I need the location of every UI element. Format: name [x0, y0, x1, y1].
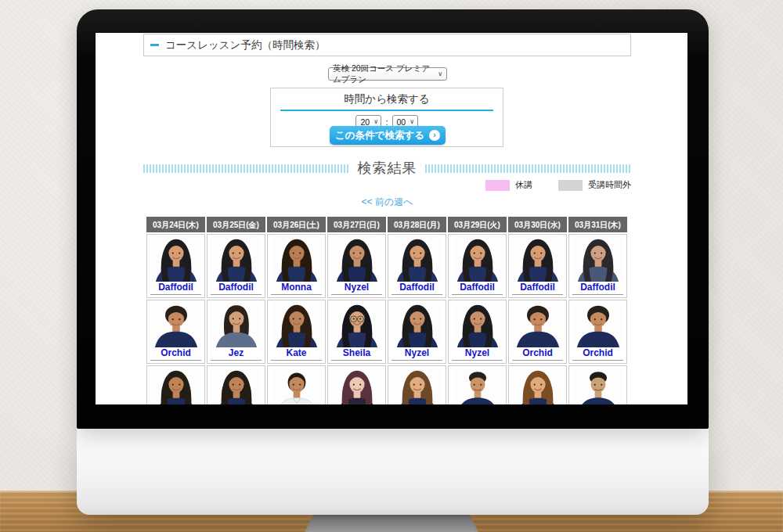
teacher-photo[interactable] — [453, 302, 502, 347]
minute-select-value: 00 — [397, 117, 406, 127]
teacher-name-link[interactable]: Nyzel — [345, 282, 369, 293]
teacher-photo[interactable] — [574, 302, 622, 347]
cell-separator — [572, 360, 624, 361]
teacher-name-link[interactable]: Nyzel — [405, 347, 429, 358]
teacher-name-link[interactable]: Nyzel — [465, 347, 489, 358]
monitor-bezel: コースレッスン予約（時間検索） 英検 20回コース プレミアムプラン ∨ 時間か… — [77, 9, 709, 429]
teacher-cell: Sheila — [327, 300, 386, 364]
cell-separator — [512, 360, 564, 361]
cell-separator — [271, 294, 323, 295]
section-title: コースレッスン予約（時間検索） — [165, 38, 325, 52]
cell-separator — [150, 360, 202, 361]
teacher-cell — [267, 365, 326, 404]
teacher-name-link[interactable]: Daffodil — [580, 282, 615, 293]
cell-separator — [572, 294, 624, 295]
teacher-name-link[interactable]: Jez — [229, 347, 244, 358]
prev-week-link[interactable]: << 前の週へ — [143, 196, 631, 209]
title-underline — [280, 110, 493, 111]
teacher-photo[interactable] — [152, 236, 200, 282]
teacher-name-link[interactable]: Monna — [281, 282, 312, 293]
teacher-name-link[interactable]: Kate — [286, 347, 306, 358]
teacher-cell — [388, 365, 446, 404]
teacher-cell: Daffodil — [146, 234, 205, 298]
course-select[interactable]: 英検 20回コース プレミアムプラン ∨ — [328, 67, 447, 81]
scene: コースレッスン予約（時間検索） 英検 20回コース プレミアムプラン ∨ 時間か… — [0, 0, 783, 532]
teacher-photo[interactable] — [514, 368, 562, 404]
legend-outside-label: 受講時間外 — [588, 179, 631, 191]
teacher-photo[interactable] — [333, 368, 381, 404]
teacher-photo[interactable] — [272, 302, 321, 347]
cell-separator — [331, 294, 383, 295]
teacher-cell: Monna — [267, 234, 326, 298]
search-button-label: この条件で検索する — [335, 129, 424, 142]
teacher-cell: Nyzel — [327, 234, 386, 298]
teacher-cell — [448, 365, 507, 404]
teacher-name-link[interactable]: Sheila — [343, 347, 370, 358]
cell-separator — [271, 360, 323, 361]
section-header: コースレッスン予約（時間検索） — [143, 34, 631, 56]
chevron-down-icon: ∨ — [373, 119, 378, 125]
cell-separator — [392, 294, 443, 295]
cell-separator — [452, 360, 503, 361]
section-accent-dash-icon — [150, 44, 159, 46]
teacher-photo[interactable] — [212, 236, 261, 282]
teacher-photo[interactable] — [272, 236, 321, 282]
day-header: 03月26日(土) — [267, 217, 326, 232]
teacher-cell: Nyzel — [448, 300, 507, 364]
teacher-photo[interactable] — [453, 368, 502, 404]
search-submit-button[interactable]: この条件で検索する › — [330, 126, 446, 145]
teacher-name-link[interactable]: Orchid — [583, 347, 613, 358]
teacher-photo[interactable] — [272, 368, 321, 404]
stripe-bar-right — [425, 164, 632, 173]
teacher-name-link[interactable]: Orchid — [161, 347, 191, 358]
teacher-photo[interactable] — [333, 302, 381, 347]
teacher-name-link[interactable]: Daffodil — [218, 282, 254, 293]
teacher-cell — [327, 365, 386, 404]
day-header: 03月28日(月) — [388, 217, 446, 232]
cell-separator — [331, 360, 383, 361]
teacher-name-link[interactable]: Daffodil — [158, 282, 193, 293]
teacher-photo[interactable] — [393, 236, 442, 282]
legend-closed-swatch — [485, 180, 510, 191]
teacher-photo[interactable] — [393, 368, 442, 404]
teacher-photo[interactable] — [152, 302, 200, 347]
teacher-photo[interactable] — [514, 302, 562, 347]
cell-separator — [211, 294, 262, 295]
teacher-photo[interactable] — [393, 302, 442, 347]
teacher-photo[interactable] — [212, 368, 261, 404]
teacher-cell: Jez — [207, 300, 265, 364]
teacher-name-link[interactable]: Daffodil — [520, 282, 555, 293]
time-search-panel: 時間から検索する 20 ∨ : 00 ∨ この条件で検索する › — [270, 88, 503, 147]
browser-page: コースレッスン予約（時間検索） 英検 20回コース プレミアムプラン ∨ 時間か… — [96, 33, 687, 404]
teacher-cell — [146, 365, 205, 404]
course-select-value: 英検 20回コース プレミアムプラン — [333, 63, 434, 85]
legend: 休講 受講時間外 — [485, 179, 631, 191]
teacher-cell — [207, 365, 265, 404]
day-header: 03月24日(木) — [146, 217, 205, 232]
day-header: 03月29日(火) — [448, 217, 507, 232]
teacher-photo[interactable] — [574, 368, 622, 404]
cell-separator — [452, 294, 503, 295]
day-header: 03月31日(木) — [568, 217, 627, 232]
chevron-down-icon: ∨ — [438, 71, 442, 77]
teacher-name-link[interactable]: Daffodil — [399, 282, 435, 293]
schedule-table: 03月24日(木) 03月25日(金) 03月26日(土) 03月27日(日) … — [146, 217, 627, 404]
teacher-cell: Kate — [267, 300, 326, 364]
teacher-cell: Daffodil — [568, 234, 627, 298]
teacher-photo[interactable] — [453, 236, 502, 282]
stripe-bar-left — [143, 164, 350, 173]
teacher-name-link[interactable]: Daffodil — [460, 282, 495, 293]
teacher-photo[interactable] — [333, 236, 381, 282]
teacher-cell: Daffodil — [388, 234, 446, 298]
day-header: 03月30日(水) — [508, 217, 567, 232]
teacher-photo[interactable] — [152, 368, 200, 404]
teacher-photo[interactable] — [514, 236, 562, 282]
teacher-name-link[interactable]: Orchid — [522, 347, 553, 358]
monitor-chin — [77, 429, 709, 515]
cell-separator — [392, 360, 443, 361]
teacher-photo[interactable] — [212, 302, 261, 347]
teacher-photo[interactable] — [574, 236, 622, 282]
cell-separator — [150, 294, 202, 295]
results-heading: 検索結果 — [358, 159, 417, 178]
legend-closed-label: 休講 — [515, 179, 532, 191]
